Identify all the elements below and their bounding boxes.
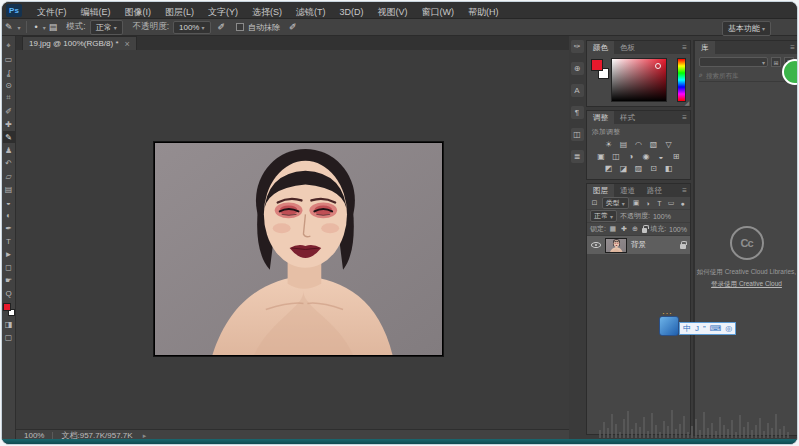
menu-item-编辑(E)[interactable]: 编辑(E) <box>74 5 118 19</box>
crop-tool-icon[interactable]: ⌗ <box>3 92 15 104</box>
fill-value[interactable]: 100% <box>669 226 687 233</box>
adjustment-icon[interactable]: ◩ <box>603 163 614 173</box>
saturation-brightness-field[interactable] <box>611 58 667 102</box>
move-tool-icon[interactable]: ⌖ <box>3 40 15 52</box>
tab-swatches[interactable]: 色板 <box>614 41 641 54</box>
adjustment-icon[interactable]: ▽ <box>663 139 674 149</box>
workspace-switcher[interactable]: 基本功能▾ <box>722 21 771 36</box>
menu-item-窗口(W)[interactable]: 窗口(W) <box>415 5 462 19</box>
ime-button[interactable]: J <box>695 325 699 333</box>
document-tab[interactable]: 19.jpg @ 100%(RGB/8) * × <box>22 36 137 50</box>
adjustment-icon[interactable]: ▨ <box>633 163 644 173</box>
lasso-tool-icon[interactable]: ʆ <box>3 66 15 78</box>
panel-menu-icon[interactable]: ≡ <box>790 43 795 52</box>
clone-stamp-tool-icon[interactable]: ♟ <box>3 144 15 156</box>
brush-panel-toggle-icon[interactable]: ▤ <box>46 22 61 32</box>
layer-filter-icon[interactable]: T <box>655 200 664 207</box>
libraries-signin-link[interactable]: 登录使用 Creative Cloud <box>695 280 798 289</box>
layer-filter-icon[interactable]: ▭ <box>667 199 676 207</box>
menu-item-滤镜(T)[interactable]: 滤镜(T) <box>289 5 333 19</box>
menu-item-文字(Y)[interactable]: 文字(Y) <box>201 5 245 19</box>
tab-color[interactable]: 颜色 <box>587 41 614 54</box>
menu-item-3D(D)[interactable]: 3D(D) <box>333 5 371 19</box>
blur-tool-icon[interactable]: ◒ <box>3 196 15 208</box>
adjustment-icon[interactable]: ◒ <box>656 151 667 161</box>
gradient-tool-icon[interactable]: ▤ <box>3 183 15 195</box>
adjustment-icon[interactable]: ▧ <box>648 139 659 149</box>
character-panel-icon[interactable]: A <box>571 84 584 97</box>
menu-item-选择(S)[interactable]: 选择(S) <box>245 5 289 19</box>
quick-mask-button-icon[interactable]: ◨ <box>3 318 15 330</box>
pencil-tool-icon[interactable]: ✎ <box>2 22 16 32</box>
layer-row-background[interactable]: 背景 <box>587 236 690 254</box>
tab-libraries[interactable]: 库 <box>695 41 715 54</box>
airbrush-icon[interactable]: ✐ <box>286 22 300 32</box>
blend-mode-select[interactable]: 正常▾ <box>590 210 617 222</box>
lock-option-icon[interactable]: ▦ <box>609 225 617 233</box>
grid-view-icon[interactable]: ⊞ <box>771 57 781 67</box>
ime-language-bar[interactable]: 中J”⌨◎ <box>659 316 736 336</box>
library-search-input[interactable] <box>706 72 786 79</box>
layer-opacity-value[interactable]: 100% <box>653 213 671 220</box>
marquee-tool-icon[interactable]: ▭ <box>3 53 15 65</box>
healing-brush-tool-icon[interactable]: ✚ <box>3 118 15 130</box>
ime-button[interactable]: ⌨ <box>710 325 722 333</box>
eraser-tool-icon[interactable]: ▱ <box>3 170 15 182</box>
adjustment-icon[interactable]: ◉ <box>641 151 652 161</box>
quick-selection-tool-icon[interactable]: ⊙ <box>3 79 15 91</box>
lock-option-icon[interactable]: ✚ <box>620 225 628 233</box>
zoom-tool-icon[interactable]: Q <box>3 287 15 299</box>
tab-close-icon[interactable]: × <box>125 39 130 49</box>
panel-menu-icon[interactable]: ≡ <box>682 113 687 122</box>
pen-tool-icon[interactable]: ✒ <box>3 222 15 234</box>
tool-preset-caret-icon[interactable]: ▾ <box>18 24 21 31</box>
tab-styles[interactable]: 样式 <box>614 111 641 124</box>
mode-select[interactable]: 正常▾ <box>90 20 123 35</box>
ime-button[interactable]: 中 <box>683 325 691 333</box>
photo-document[interactable] <box>154 142 443 356</box>
pencil-tool-icon[interactable]: ✎ <box>3 131 15 143</box>
brush-settings-icon[interactable]: ✑ <box>571 40 584 53</box>
foreground-color-swatch[interactable] <box>3 303 11 311</box>
tab-adjustments[interactable]: 调整 <box>587 111 614 124</box>
layer-thumbnail[interactable] <box>605 238 627 253</box>
properties-panel-icon[interactable]: ◫ <box>571 128 584 141</box>
filter-kind-icon[interactable]: ⊡ <box>590 199 599 207</box>
foreground-color-swatch[interactable] <box>591 59 603 71</box>
layer-filter-icon[interactable]: ◑ <box>643 200 652 207</box>
adjustment-icon[interactable]: ▤ <box>618 139 629 149</box>
shape-tool-icon[interactable]: ◻ <box>3 261 15 273</box>
info-panel-icon[interactable]: ≣ <box>571 150 584 163</box>
pressure-opacity-icon[interactable]: ✐ <box>215 22 229 32</box>
filter-type-select[interactable]: 类型▾ <box>602 197 629 209</box>
tab-layers[interactable]: 图层 <box>587 184 614 197</box>
menu-item-图层(L)[interactable]: 图层(L) <box>158 5 201 19</box>
menu-item-图像(I)[interactable]: 图像(I) <box>118 5 159 19</box>
auto-erase-checkbox[interactable] <box>236 23 244 31</box>
brush-preset-icon[interactable]: • <box>32 22 41 32</box>
adjustment-icon[interactable]: ◧ <box>663 163 674 173</box>
history-brush-tool-icon[interactable]: ↶ <box>3 157 15 169</box>
type-tool-icon[interactable]: T <box>3 235 15 247</box>
canvas-area[interactable] <box>16 50 569 429</box>
lock-all-icon[interactable] <box>642 228 647 233</box>
adjustment-icon[interactable]: ◪ <box>618 163 629 173</box>
menu-item-帮助(H)[interactable]: 帮助(H) <box>461 5 506 19</box>
color-picker-marker[interactable] <box>655 63 661 69</box>
adjustment-icon[interactable]: ◠ <box>633 139 644 149</box>
panel-menu-icon[interactable]: ≡ <box>682 43 687 52</box>
adjustment-icon[interactable]: ◑ <box>626 151 637 161</box>
ime-button[interactable]: ◎ <box>725 325 732 333</box>
resize-grip-icon[interactable]: ◢ <box>684 99 689 106</box>
color-swatches[interactable] <box>3 303 15 316</box>
library-select[interactable]: ▾ <box>699 57 768 67</box>
adjustment-icon[interactable]: ⊞ <box>671 151 682 161</box>
hue-slider[interactable] <box>677 58 686 102</box>
layer-filter-icon[interactable]: ▣ <box>632 199 641 207</box>
adjustment-icon[interactable]: ◫ <box>611 151 622 161</box>
opacity-select[interactable]: 100%▾ <box>173 21 210 34</box>
adjustment-icon[interactable]: ▣ <box>596 151 607 161</box>
screen-mode-button-icon[interactable]: ▢ <box>3 331 15 343</box>
hand-tool-icon[interactable]: ☛ <box>3 274 15 286</box>
paragraph-panel-icon[interactable]: ¶ <box>571 106 584 119</box>
